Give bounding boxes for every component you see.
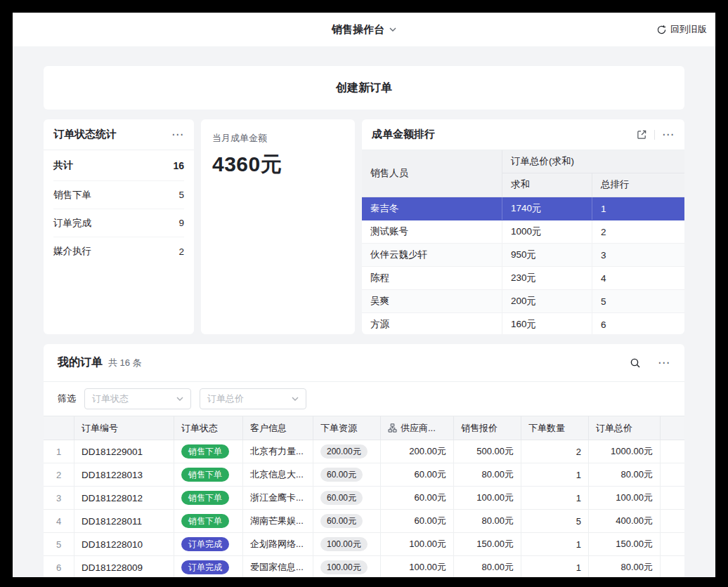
filter-select-order-status[interactable]: 订单状态	[84, 388, 191, 409]
content-area: 创建新订单 订单状态统计 ⋯ 共计 16 销售下单 5	[13, 46, 715, 577]
order-id: DD181228012	[74, 487, 174, 509]
export-icon[interactable]	[637, 129, 647, 140]
ranking-table-header: 销售人员 订单总价(求和) 求和 总排行	[362, 150, 684, 197]
more-icon[interactable]: ⋯	[171, 128, 184, 140]
status-label: 媒介执行	[53, 245, 91, 258]
table-row[interactable]: 2 DD181228013 销售下单 北京信息大... 60.00元 60.00…	[44, 463, 684, 487]
more-icon[interactable]: ⋯	[662, 128, 675, 140]
sales-quote: 80.00元	[454, 510, 521, 532]
status-value: 9	[178, 218, 184, 228]
order-total: 80.00元	[589, 463, 661, 486]
table-row[interactable]: 方源 160元 6	[362, 313, 684, 334]
sum-value: 160元	[502, 313, 592, 334]
filter-select-value: 订单状态	[92, 393, 129, 405]
create-order-button[interactable]: 创建新订单	[44, 66, 684, 110]
status-badge: 销售下单	[181, 444, 229, 459]
customer-info: 北京信息大...	[243, 463, 313, 486]
column-header[interactable]: 销售报价	[454, 416, 521, 440]
sales-quote: 100.00元	[454, 487, 521, 509]
ranking-table: 销售人员 订单总价(求和) 求和 总排行 秦吉冬 1740元 1	[362, 150, 684, 334]
table-row[interactable]: 1 DD181229001 销售下单 北京有力量... 200.00元 200.…	[44, 440, 684, 463]
rank-value: 1	[592, 197, 684, 220]
supplier-price: 60.00元	[381, 510, 454, 532]
column-header-total-group: 订单总价(求和)	[502, 150, 684, 173]
status-value: 5	[178, 190, 184, 200]
person-name: 陈程	[362, 267, 502, 289]
sum-value: 200元	[502, 290, 592, 312]
order-quantity: 2	[521, 440, 589, 463]
table-row[interactable]: 5 DD181228010 订单完成 企划路网络... 100.00元 100.…	[44, 533, 684, 556]
row-number: 5	[44, 533, 74, 555]
table-row[interactable]: 4 DD181228011 销售下单 湖南芒果娱... 60.00元 60.00…	[44, 510, 684, 533]
person-name: 方源	[362, 313, 502, 334]
more-icon[interactable]: ⋯	[658, 357, 670, 369]
search-icon[interactable]	[630, 357, 641, 369]
list-item[interactable]: 媒介执行 2	[53, 237, 184, 265]
orders-table: 订单编号 订单状态 客户信息 下单资源 供应商	[44, 416, 684, 577]
ranking-card-actions: ⋯	[637, 128, 675, 140]
ranking-card-title: 成单金额排行	[372, 128, 435, 141]
column-header[interactable]: 下单数量	[521, 416, 589, 440]
row-number: 3	[44, 487, 74, 509]
create-order-label: 创建新订单	[336, 81, 392, 95]
supplier-price: 60.00元	[381, 487, 454, 509]
column-header[interactable]: 客户信息	[243, 416, 313, 440]
status-label: 销售下单	[53, 189, 91, 202]
status-list: 共计 16 销售下单 5 订单完成 9 媒介执行 2	[44, 150, 194, 265]
table-row[interactable]: 陈程 230元 4	[362, 267, 684, 290]
supplier-price: 60.00元	[381, 463, 454, 486]
order-total: 1000.00元	[589, 440, 661, 463]
column-header[interactable]: 下单资源	[313, 416, 381, 440]
person-name: 测试账号	[362, 220, 502, 243]
order-id: DD181228011	[74, 510, 174, 532]
rank-value: 6	[592, 313, 684, 334]
back-to-old-version-button[interactable]: 回到旧版	[654, 13, 710, 46]
table-row[interactable]: 伙伴云魏少轩 950元 3	[362, 244, 684, 267]
order-quantity: 1	[521, 487, 589, 509]
sum-value: 1740元	[502, 197, 592, 220]
column-header-rank: 总排行	[592, 173, 684, 197]
rank-value: 5	[592, 290, 684, 312]
sales-quote: 80.00元	[454, 463, 521, 486]
row-number: 2	[44, 463, 74, 486]
order-id: DD181228013	[74, 463, 174, 486]
supplier-price: 100.00元	[381, 533, 454, 555]
list-item[interactable]: 订单完成 9	[53, 209, 184, 237]
sum-value: 230元	[502, 267, 592, 289]
column-header-sum: 求和	[502, 173, 592, 197]
column-header[interactable]: 订单总价	[589, 416, 661, 440]
sum-value: 1000元	[502, 220, 592, 243]
table-row[interactable]: 秦吉冬 1740元 1	[362, 197, 684, 220]
status-card-header: 订单状态统计 ⋯	[44, 119, 194, 150]
column-header-supplier[interactable]: 供应商...	[381, 416, 454, 440]
status-label: 订单完成	[53, 217, 91, 230]
table-row[interactable]: 吴爽 200元 5	[362, 290, 684, 313]
customer-info: 北京有力量...	[243, 440, 313, 463]
table-row[interactable]: 测试账号 1000元 2	[362, 220, 684, 244]
app-header: 销售操作台 回到旧版	[13, 13, 715, 46]
resource-tag: 200.00元	[320, 444, 368, 459]
customer-info: 爱国家信息...	[243, 556, 313, 577]
filter-select-order-total[interactable]: 订单总价	[200, 388, 306, 409]
status-badge: 销售下单	[181, 514, 229, 528]
chevron-down-icon	[176, 397, 183, 401]
column-header[interactable]: 订单编号	[74, 416, 174, 440]
column-header[interactable]: 订单状态	[174, 416, 243, 440]
order-total: 80.00元	[589, 556, 661, 577]
order-quantity: 1	[521, 556, 589, 577]
rank-value: 2	[592, 220, 684, 243]
order-quantity: 1	[521, 463, 589, 486]
list-item[interactable]: 销售下单 5	[53, 181, 184, 209]
row-number: 4	[44, 510, 74, 532]
table-row[interactable]: 6 DD181228009 订单完成 爱国家信息... 100.00元 100.…	[44, 556, 684, 577]
rank-value: 4	[592, 267, 684, 289]
person-name: 吴爽	[362, 290, 502, 312]
resource-tag: 60.00元	[320, 491, 363, 505]
filter-select-value: 订单总价	[207, 393, 244, 405]
workspace-switcher[interactable]: 销售操作台	[332, 23, 396, 37]
status-badge: 销售下单	[181, 491, 229, 505]
rank-value: 3	[592, 244, 684, 266]
monthly-amount-value: 4360元	[212, 150, 344, 179]
list-item[interactable]: 共计 16	[53, 150, 184, 181]
table-row[interactable]: 3 DD181228012 销售下单 浙江金鹰卡... 60.00元 60.00…	[44, 487, 684, 510]
